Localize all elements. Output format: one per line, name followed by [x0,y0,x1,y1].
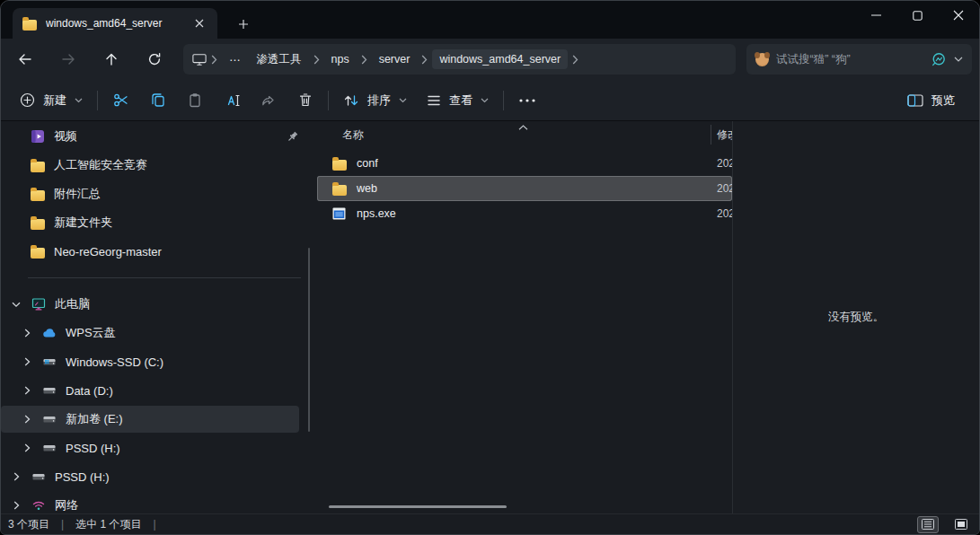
sidebar-item-ai-security-contest[interactable]: 人工智能安全竞赛 [1,152,299,179]
breadcrumb-segment-server[interactable]: server [372,49,418,69]
copy-button[interactable] [139,84,176,117]
navigation-bar: ⋯ 渗透工具 nps server windows_amd64_server 试… [1,39,979,80]
tab-close-button[interactable] [189,13,210,34]
tab-title: windows_amd64_server [46,17,180,30]
sidebar-item-videos[interactable]: 视频 [1,123,299,150]
sidebar-item-label: 网络 [55,497,78,513]
forward-button[interactable] [54,45,83,74]
dog-emoji-icon [755,53,769,66]
share-icon [260,93,276,108]
cut-button[interactable] [102,84,139,117]
chevron-right-icon [419,55,430,65]
toolbar-divider [503,91,504,110]
breadcrumb-segment-nps[interactable]: nps [324,49,357,69]
sort-ascending-icon [518,125,528,130]
chevron-down-icon [481,98,489,103]
sidebar-scrollbar[interactable] [308,248,310,432]
minimize-icon [871,14,881,16]
file-row-nps-exe[interactable]: nps.exe 202 [317,201,732,226]
sidebar-item-pssd-h-2[interactable]: PSSD (H:) [1,463,299,490]
breadcrumb-ellipsis[interactable]: ⋯ [222,49,248,70]
sidebar-item-new-volume-e[interactable]: 新加卷 (E:) [1,406,299,433]
chevron-down-icon [75,98,83,103]
selected-count: 选中 1 个项目 [75,517,141,532]
sidebar-item-neo-regeorg[interactable]: Neo-reGeorg-master [1,238,299,265]
large-icons-view-icon [955,519,967,530]
preview-button-label: 预览 [931,92,955,109]
sidebar-item-this-pc[interactable]: 此电脑 [1,291,299,318]
address-bar[interactable]: ⋯ 渗透工具 nps server windows_amd64_server [183,44,736,75]
folder-icon [31,190,45,201]
rename-button[interactable] [213,84,250,117]
chevron-right-icon[interactable] [21,357,33,366]
new-tab-button[interactable] [233,13,254,35]
window-controls [855,1,979,30]
large-icons-view-button[interactable] [950,516,972,533]
ai-search-icon[interactable] [931,52,947,67]
arrow-up-icon [104,52,119,66]
folder-icon [31,219,45,230]
drive-icon [31,469,46,484]
breadcrumb-current[interactable]: windows_amd64_server [432,49,568,69]
chevron-right-icon[interactable] [10,472,22,481]
column-header-name[interactable]: 名称 [313,127,364,143]
this-pc-icon [192,52,207,66]
up-button[interactable] [97,45,126,74]
column-header-modified[interactable]: 修改日期 [717,127,732,143]
sidebar-item-pssd-h-1[interactable]: PSSD (H:) [1,434,299,461]
chevron-right-icon[interactable] [21,443,33,452]
preview-toggle-button[interactable]: 预览 [897,84,965,117]
rename-icon [223,93,241,108]
sidebar-item-label: 新加卷 (E:) [66,411,123,427]
file-name: web [357,182,377,195]
sort-button-label: 排序 [367,92,391,109]
copy-icon [151,92,165,108]
sidebar-item-windows-ssd-c[interactable]: Windows-SSD (C:) [1,348,299,375]
status-bar: 3 个项目 | 选中 1 个项目 | [1,513,979,534]
chevron-right-icon[interactable] [21,386,33,395]
content-area: 视频 人工智能安全竞赛 附件汇总 新建文件夹 Neo-reGeorg-maste… [1,121,979,513]
list-rows: conf 202 web 202 nps.exe 202 [313,151,732,226]
view-button[interactable]: 查看 [417,84,499,117]
application-exe-icon [331,206,347,221]
window-titlebar: windows_amd64_server [1,1,979,39]
maximize-button[interactable] [896,1,938,30]
sidebar-item-new-folder[interactable]: 新建文件夹 [1,209,299,236]
more-options-button[interactable] [508,84,545,117]
breadcrumb-segment-tools[interactable]: 渗透工具 [250,48,309,71]
delete-button[interactable] [287,84,323,117]
search-box[interactable]: 试试搜“猫” “狗” [746,44,972,75]
file-row-conf[interactable]: conf 202 [317,151,732,176]
column-divider[interactable] [711,125,711,145]
share-button[interactable] [250,84,287,117]
chevron-down-icon[interactable] [10,302,22,308]
back-button[interactable] [11,45,40,74]
chevron-down-icon[interactable] [954,57,963,62]
minimize-button[interactable] [855,1,896,30]
sort-button[interactable]: 排序 [333,84,417,117]
sidebar-item-network[interactable]: 网络 [1,492,299,513]
chevron-right-icon[interactable] [21,415,33,424]
sidebar-item-label: WPS云盘 [66,325,116,341]
chevron-right-icon[interactable] [21,329,33,338]
file-row-web[interactable]: web 202 [317,176,732,201]
explorer-tab[interactable]: windows_amd64_server [13,8,217,39]
file-list: 名称 修改日期 conf 202 web 202 [313,121,732,513]
scissors-icon [113,92,129,108]
status-separator: | [61,518,64,531]
horizontal-scrollbar[interactable] [329,505,507,508]
chevron-right-icon[interactable] [10,501,22,510]
refresh-button[interactable] [140,45,169,74]
plus-icon [238,19,249,30]
new-button[interactable]: 新建 [10,84,93,117]
sidebar-item-label: 新建文件夹 [54,215,112,231]
sidebar-item-attachments[interactable]: 附件汇总 [1,180,299,207]
close-icon [195,19,204,28]
close-button[interactable] [938,1,979,30]
paste-button[interactable] [176,84,213,117]
sidebar-item-data-d[interactable]: Data (D:) [1,377,299,404]
refresh-icon [147,52,162,66]
sidebar-item-wps-cloud[interactable]: WPS云盘 [1,320,299,346]
details-view-button[interactable] [917,516,939,533]
folder-icon [22,20,37,31]
